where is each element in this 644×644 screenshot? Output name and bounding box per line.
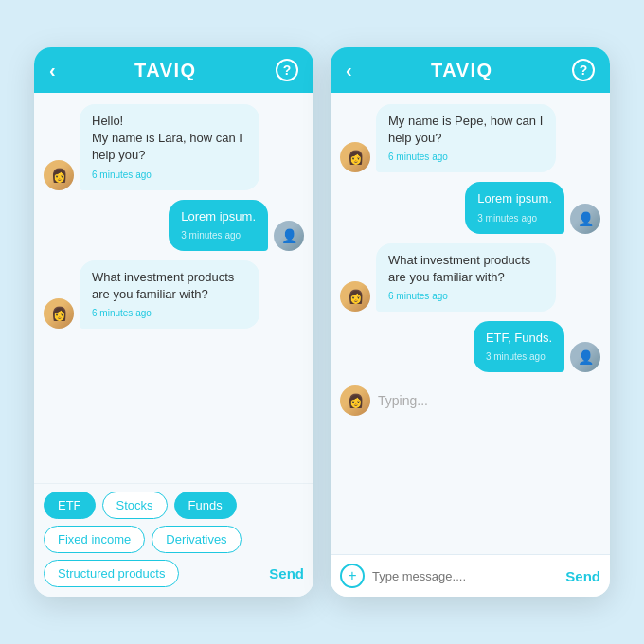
message-row: 👩 My name is Pepe, how can I help you? 6… <box>340 104 600 172</box>
help-button-right[interactable]: ? <box>572 59 595 81</box>
send-button-right[interactable]: Send <box>565 568 600 584</box>
bot-bubble: What investment products are you familia… <box>376 243 556 312</box>
message-row: Lorem ipsum. 3 minutes ago 👤 <box>44 200 304 251</box>
message-text: ETF, Funds. <box>486 330 552 347</box>
user-avatar: 👤 <box>274 221 304 251</box>
help-button-left[interactable]: ? <box>276 59 298 81</box>
message-time: 3 minutes ago <box>181 229 256 242</box>
message-input[interactable] <box>372 569 558 583</box>
chips-row-2: Fixed income Derivatives <box>44 526 304 553</box>
right-chat-panel: ‹ TAVIQ ? 👩 My name is Pepe, how can I h… <box>331 47 610 597</box>
user-bubble: ETF, Funds. 3 minutes ago <box>474 321 564 372</box>
message-time: 6 minutes ago <box>388 290 544 303</box>
user-bubble: Lorem ipsum. 3 minutes ago <box>169 200 268 251</box>
app-title-left: TAVIQ <box>134 60 197 81</box>
send-button-left[interactable]: Send <box>269 565 304 581</box>
message-text: My name is Pepe, how can I help you? <box>388 113 544 147</box>
bot-avatar: 👩 <box>44 298 74 329</box>
message-time: 6 minutes ago <box>388 151 544 164</box>
message-time: 6 minutes ago <box>92 169 247 182</box>
message-row: 👩 What investment products are you famil… <box>44 260 304 329</box>
chip-stocks[interactable]: Stocks <box>102 492 168 519</box>
user-bubble: Lorem ipsum. 3 minutes ago <box>465 182 564 233</box>
message-text: Lorem ipsum. <box>477 190 552 207</box>
bot-avatar: 👩 <box>340 142 370 172</box>
user-avatar: 👤 <box>570 342 600 372</box>
back-button-right[interactable]: ‹ <box>346 60 352 81</box>
bot-bubble: What investment products are you familia… <box>80 260 259 329</box>
chip-structured-products[interactable]: Structured products <box>44 560 179 587</box>
message-text: Lorem ipsum. <box>181 208 256 225</box>
chips-row-1: ETF Stocks Funds <box>44 492 304 519</box>
app-title-right: TAVIQ <box>431 60 493 81</box>
input-bar: + Send <box>331 554 610 597</box>
message-row: Lorem ipsum. 3 minutes ago 👤 <box>340 182 600 233</box>
chip-funds[interactable]: Funds <box>174 492 237 519</box>
left-header: ‹ TAVIQ ? <box>34 47 313 93</box>
right-header: ‹ TAVIQ ? <box>331 47 610 93</box>
message-row: 👩 Hello!My name is Lara, how can I help … <box>44 104 304 190</box>
typing-indicator: 👩 Typing... <box>340 382 600 420</box>
message-text: Hello!My name is Lara, how can I help yo… <box>92 113 247 165</box>
message-row: 👩 What investment products are you famil… <box>340 243 600 312</box>
chip-etf[interactable]: ETF <box>44 492 96 519</box>
message-time: 3 minutes ago <box>477 212 552 225</box>
bot-avatar: 👩 <box>44 160 74 190</box>
left-messages: 👩 Hello!My name is Lara, how can I help … <box>34 93 313 483</box>
bot-bubble: Hello!My name is Lara, how can I help yo… <box>80 104 259 190</box>
user-avatar: 👤 <box>570 204 600 234</box>
chips-send-row: Structured products Send <box>44 560 304 587</box>
chips-area: ETF Stocks Funds Fixed income Derivative… <box>34 483 313 597</box>
back-button-left[interactable]: ‹ <box>49 60 56 81</box>
bot-avatar-typing: 👩 <box>340 385 370 416</box>
message-time: 6 minutes ago <box>92 307 247 320</box>
left-chat-panel: ‹ TAVIQ ? 👩 Hello!My name is Lara, how c… <box>34 47 313 597</box>
right-messages: 👩 My name is Pepe, how can I help you? 6… <box>331 93 610 554</box>
chip-fixed-income[interactable]: Fixed income <box>44 526 145 553</box>
attachment-button[interactable]: + <box>340 564 365 588</box>
bot-avatar: 👩 <box>340 281 370 312</box>
bot-bubble-clipped: My name is Pepe, how can I help you? 6 m… <box>376 104 556 172</box>
message-text: What investment products are you familia… <box>92 269 247 303</box>
chip-derivatives[interactable]: Derivatives <box>152 526 241 553</box>
message-row: ETF, Funds. 3 minutes ago 👤 <box>340 321 600 372</box>
typing-text: Typing... <box>378 393 428 408</box>
message-text: What investment products are you familia… <box>388 252 544 286</box>
message-time: 3 minutes ago <box>486 350 552 364</box>
